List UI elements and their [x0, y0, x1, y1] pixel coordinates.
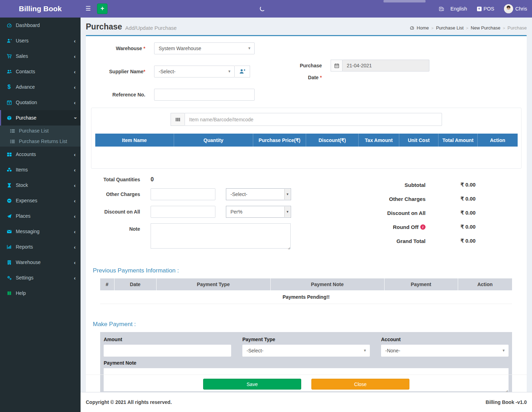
list-icon: [8, 139, 16, 144]
sidebar-item-sales[interactable]: Sales ‹: [0, 48, 81, 64]
select-arrow-icon: ▼: [284, 207, 290, 217]
content-area: Purchase Add/Update Purchase Home > Purc…: [81, 18, 532, 392]
user-name: Chris: [515, 6, 527, 12]
breadcrumb-purchase-list[interactable]: Purchase List: [436, 25, 464, 31]
sidebar-item-advance[interactable]: $ Advance ‹: [0, 79, 81, 95]
language-icon: [438, 6, 445, 12]
payments-header-row: # Date Payment Type Payment Note Payment…: [100, 278, 512, 290]
account-select[interactable]: -None- ▼: [381, 345, 509, 357]
discount-on-all-input[interactable]: [151, 206, 215, 218]
items-section: Item Name Quantity Purchase Price(₹) Dis…: [91, 108, 521, 169]
sidebar-item-places[interactable]: Places ‹: [0, 208, 81, 224]
sidebar-item-users[interactable]: Users ‹: [0, 33, 81, 48]
other-charges-total-value: ₹ 0.00: [461, 196, 520, 202]
add-supplier-button[interactable]: [235, 66, 250, 77]
users-icon: [5, 69, 13, 74]
sidebar-item-help[interactable]: Help: [0, 285, 81, 301]
sidebar-item-expenses[interactable]: Expenses ‹: [0, 193, 81, 208]
other-charges-row: Other Charges -Select- ▼: [93, 188, 317, 200]
payment-type-select[interactable]: -Select- ▼: [242, 345, 370, 357]
sidebar-item-label: Settings: [16, 275, 34, 281]
make-payment-heading: Make Payment :: [93, 321, 520, 328]
other-charges-select-value: -Select-: [230, 191, 247, 197]
chevron-left-icon: ‹: [74, 54, 76, 59]
sidebar-item-purchase-list[interactable]: Purchase List: [0, 126, 81, 136]
sidebar-item-reports[interactable]: Reports ‹: [0, 239, 81, 255]
sidebar-item-dashboard[interactable]: Dashboard: [0, 18, 81, 33]
cube-icon: [5, 115, 13, 121]
sidebar-item-accounts[interactable]: Accounts ‹: [0, 147, 81, 162]
user-menu[interactable]: Chris: [499, 0, 532, 18]
chevron-left-icon: ‹: [74, 100, 76, 105]
minus-circle-icon: [5, 198, 13, 203]
other-charges-select[interactable]: -Select- ▼: [226, 188, 291, 200]
supplier-select[interactable]: -Select- ▼: [154, 66, 235, 77]
round-off-row: Round Offi ₹ 0.00: [317, 220, 520, 234]
warehouse-select[interactable]: System Warehouse ▼: [154, 42, 255, 54]
sidebar-item-quotation[interactable]: Quotation ‹: [0, 95, 81, 110]
sidebar-item-stock[interactable]: Stock ‹: [0, 177, 81, 193]
breadcrumb-new-purchase[interactable]: New Purchase: [471, 25, 500, 31]
col-payment-type: Payment Type: [156, 278, 270, 290]
save-button[interactable]: Save: [203, 379, 301, 390]
subtotal-label: Subtotal: [405, 182, 426, 188]
top-navbar: Billing Book ☰ + English + POS Chris: [0, 0, 532, 18]
purchase-date-input[interactable]: [343, 60, 429, 72]
other-charges-label: Other Charges: [93, 191, 151, 197]
chevron-left-icon: ‹: [74, 152, 76, 157]
home-icon: [410, 26, 414, 30]
cubes-icon: [5, 167, 13, 173]
payments-pending-message: Payments Pending!!: [100, 290, 512, 304]
tooltip-artifact: [384, 0, 426, 2]
sidebar-item-purchase-returns-list[interactable]: Purchase Returns List: [0, 136, 81, 147]
sidebar-item-label: Purchase: [16, 115, 36, 121]
form-actions: Save Close: [86, 374, 527, 393]
sidebar-item-messaging[interactable]: Messaging ‹: [0, 224, 81, 239]
pos-menu[interactable]: + POS: [472, 0, 499, 18]
reference-input[interactable]: [154, 89, 255, 101]
close-button[interactable]: Close: [311, 379, 409, 390]
col-number: #: [100, 278, 114, 290]
plus-square-icon: +: [477, 7, 482, 11]
calendar-icon: [331, 60, 343, 72]
sidebar-item-items[interactable]: Items ‹: [0, 162, 81, 177]
copyright-text: Copyright © 2021 All rights reserved.: [86, 399, 172, 405]
sidebar-item-label: Help: [16, 290, 26, 296]
quick-add-button[interactable]: +: [97, 4, 108, 14]
app-logo[interactable]: Billing Book: [0, 0, 81, 18]
breadcrumb-separator: >: [503, 26, 505, 30]
sidebar: Dashboard Users ‹ Sales ‹ Contacts ‹ $ A…: [0, 18, 81, 412]
purchase-date-group: Purchase Date *: [290, 60, 429, 83]
note-textarea[interactable]: [151, 223, 291, 249]
breadcrumb-separator: >: [431, 26, 433, 30]
grand-total-row: Grand Total ₹ 0.00: [317, 234, 520, 248]
payment-note-label: Payment Note: [104, 360, 509, 366]
sidebar-toggle-icon[interactable]: ☰: [81, 0, 96, 18]
sidebar-item-contacts[interactable]: Contacts ‹: [0, 64, 81, 79]
total-quantities-label: Total Quantities: [93, 177, 151, 182]
select-arrow-icon: ▼: [284, 189, 290, 200]
sidebar-item-label: Sales: [16, 53, 28, 59]
sidebar-item-label: Messaging: [16, 229, 40, 234]
sidebar-item-label: Users: [16, 38, 29, 43]
content-header: Purchase Add/Update Purchase Home > Purc…: [81, 18, 532, 35]
amount-input[interactable]: [104, 345, 231, 357]
col-total-amount: Total Amount: [438, 134, 478, 147]
sidebar-item-label: Quotation: [16, 100, 37, 105]
info-icon[interactable]: i: [420, 224, 426, 230]
item-search-input[interactable]: [185, 113, 442, 126]
breadcrumb-home[interactable]: Home: [417, 25, 429, 31]
totals-left: Total Quantities 0 Other Charges -Select…: [93, 176, 317, 255]
breadcrumb-separator: >: [466, 26, 468, 30]
sidebar-item-purchase[interactable]: Purchase ‹: [0, 110, 81, 126]
reference-row: Reference No.: [93, 89, 520, 101]
discount-type-select[interactable]: Per% ▼: [226, 206, 291, 218]
sidebar-item-settings[interactable]: Settings ‹: [0, 270, 81, 285]
sidebar-item-warehouse[interactable]: Warehouse ‹: [0, 255, 81, 270]
col-unit-cost: Unit Cost: [399, 134, 438, 147]
breadcrumb-current: Purchase: [507, 25, 527, 31]
purchase-form-card: Warehouse * System Warehouse ▼ Supplier …: [86, 35, 527, 393]
grand-total-label: Grand Total: [396, 238, 426, 244]
other-charges-input[interactable]: [151, 188, 215, 200]
language-menu[interactable]: English: [433, 0, 472, 18]
